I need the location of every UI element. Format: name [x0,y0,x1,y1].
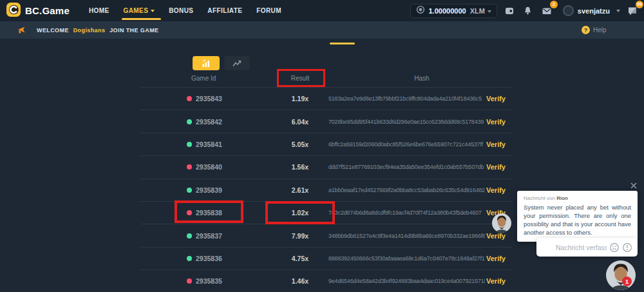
annotation-box-result-cell [265,201,335,224]
annotation-box-result-header [277,69,325,87]
bell-icon [523,6,533,15]
chat-button[interactable]: 99 [626,5,639,17]
nav-games[interactable]: GAMES [124,7,155,14]
verify-link[interactable]: Verify [486,232,506,240]
status-dot [187,119,192,124]
sender-avatar [492,213,511,233]
megaphone-icon [16,25,26,35]
welcome-bar: WELCOME Dogishans JOIN THE GAME ? Help [0,21,644,39]
status-dot [187,188,192,193]
chat-badge: 99 [636,1,643,8]
unread-count-badge: 1 [622,277,632,286]
alert-button[interactable] [622,242,632,253]
verify-link[interactable]: Verify [486,186,506,194]
chat-message-card: Nachricht von Rion System never placed a… [517,191,638,242]
emoji-button[interactable] [609,242,620,253]
nav-games-label: GAMES [124,7,149,14]
top-right-controls: 1.00000000 XLM [410,0,639,21]
table-row: 2935835 1.46x 9e4d6546d4e58a42d3b4f92488… [140,269,512,292]
hash-value: 5183a2ea7e9d8e13fb79bbf21bc9ffc804dada4a… [328,95,485,102]
exclamation-icon [622,242,632,253]
bc-game-logo-icon [6,3,21,19]
game-id-value: 2935841 [196,141,222,148]
help-link[interactable]: ? Help [582,26,607,34]
question-mark-icon: ? [582,26,590,34]
nav-home[interactable]: HOME [89,7,109,14]
hash-value: 348bb9db61527e4c9f3e4a1414d9b8ba66ce8970… [328,233,485,239]
game-id-value: 2935837 [196,232,222,240]
game-id-value: 2935840 [196,163,222,171]
username: svenjatzu [578,7,610,15]
status-dot [187,142,192,147]
game-id-value: 2935842 [196,118,222,126]
table-body: 2935843 1.19x 5183a2ea7e9d8e13fb79bbf21b… [140,87,512,292]
sender-name: Rion [556,195,568,201]
welcome-message: WELCOME Dogishans JOIN THE GAME [37,27,158,34]
verify-link[interactable]: Verify [486,118,506,126]
messages-button[interactable]: 2 [540,5,553,17]
verify-link[interactable]: Verify [486,163,506,171]
chat-message-meta: Nachricht von Rion [524,195,631,201]
active-tab-underline [122,18,162,20]
status-dot [187,278,192,284]
nav-affiliate[interactable]: AFFILIATE [207,7,242,14]
game-id-value: 2935836 [196,255,222,262]
smiley-icon [609,242,620,253]
bc-game-screen: BC.Game HOME GAMES BONUS AFFILIATE FORUM… [0,0,644,292]
game-id-value: 2935839 [196,186,222,194]
nav-bonus[interactable]: BONUS [169,7,193,14]
active-tab-indicator [330,43,355,44]
notifications-button[interactable] [522,5,535,17]
chevron-down-icon [151,10,155,12]
status-dot [187,256,192,261]
help-label: Help [593,26,607,34]
brand-name: BC.Game [25,5,70,16]
table-row: 2935840 1.56x ddd7f521e87769103ecf94ea35… [140,155,512,178]
chat-widget-avatar[interactable] [606,260,636,290]
chevron-down-icon [616,10,620,12]
hash-value: 8988392450666c53f30afaaaea69c1d6a7c0407e… [328,255,485,262]
join-label: JOIN THE GAME [109,27,158,34]
table-row: 2935837 7.99x 348bb9db61527e4c9f3e4a1414… [140,224,512,246]
table-row: 2935836 4.75x 8988392450666c53f30afaaaea… [140,247,512,269]
hash-value: 7028be95dd95f441b633d6d296e0ae15cc6238dd… [328,119,485,125]
history-view-toggle [193,56,250,70]
verify-link[interactable]: Verify [486,255,506,262]
close-icon[interactable] [629,181,638,190]
top-bar: BC.Game HOME GAMES BONUS AFFILIATE FORUM… [0,0,644,21]
message-input[interactable] [556,244,607,251]
vault-button[interactable] [503,5,516,17]
table-row: 2935843 1.19x 5183a2ea7e9d8e13fb79bbf21b… [140,87,512,110]
trend-chart-icon [232,58,242,68]
verify-link[interactable]: Verify [486,141,506,148]
annotation-box-game-id-cell [175,200,243,223]
verify-link[interactable]: Verify [486,277,506,285]
currency-selector[interactable]: XLM [470,7,491,15]
welcome-username[interactable]: Dogishans [73,27,106,34]
table-row: 2935841 5.05x 6bffc2a59159d2060d0abc85f5… [140,133,512,155]
nav-forum[interactable]: FORUM [256,7,281,14]
chat-message-text: System never placed any bet without your… [524,203,631,237]
hash-value: a1bb0eaaf17ed4527669f2a0bba8cc53abab26c6… [328,187,485,193]
hash-value: ddd7f521e87769103ecf94ea35da50ee354efd1c… [328,164,485,170]
user-menu[interactable]: svenjatzu [563,5,620,16]
currency-label: XLM [470,7,485,15]
table-row: 2935839 2.61x a1bb0eaaf17ed4527669f2a0bb… [140,179,512,201]
status-dot [187,96,192,101]
mail-badge: 2 [550,1,558,8]
user-avatar [563,5,574,16]
game-id-value: 2935843 [196,95,222,102]
bar-chart-icon [201,58,211,68]
message-from-label: Nachricht von [524,195,555,201]
balance-selector[interactable]: 1.00000000 XLM [410,4,497,18]
game-id-value: 2935835 [196,277,222,285]
chat-input-container [536,238,638,257]
vault-icon [504,6,515,16]
bar-chart-toggle-button[interactable] [193,56,220,70]
verify-link[interactable]: Verify [486,95,506,102]
trend-chart-toggle-button[interactable] [224,56,250,70]
hash-value: 6bffc2a59159d2060d0abc85f526e6be676e5590… [328,141,485,148]
column-header-hash: Hash [348,75,496,82]
status-dot [187,233,192,238]
brand[interactable]: BC.Game [6,3,70,19]
